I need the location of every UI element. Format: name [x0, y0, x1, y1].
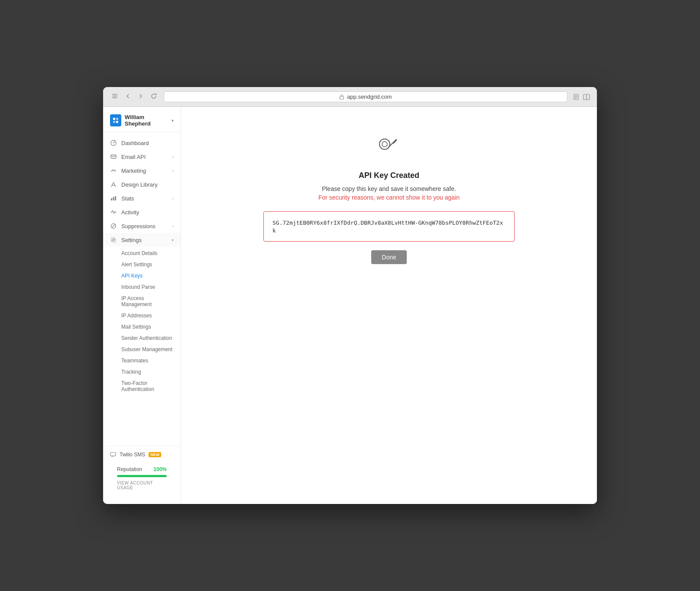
- svg-rect-22: [110, 452, 116, 456]
- settings-submenu: Account Details Alert Settings API Keys …: [103, 247, 181, 396]
- svg-rect-12: [113, 121, 115, 123]
- api-key-created-title: API Key Created: [359, 171, 419, 180]
- user-chevron-icon: ▾: [172, 118, 174, 123]
- browser-controls: [110, 92, 159, 101]
- browser-actions: [573, 94, 590, 100]
- key-icon: [375, 133, 403, 161]
- sidebar-item-settings[interactable]: Settings ▾: [103, 233, 181, 247]
- sidebar: William Shepherd ▾ Dashboard: [103, 107, 181, 504]
- design-library-icon: [110, 181, 117, 188]
- nav-section: Dashboard Email API › Marketing: [103, 132, 181, 399]
- submenu-item-alert-settings[interactable]: Alert Settings: [103, 259, 181, 270]
- activity-icon: [110, 209, 117, 216]
- browser-window: app.sendgrid.com: [103, 87, 597, 504]
- api-key-box[interactable]: SG.72mjtEB0RY6x8frIXfDdrQ.DBRJv8aX8LvHtt…: [263, 211, 515, 242]
- reputation-label: Reputation: [117, 466, 142, 472]
- sidebar-footer: Twilio SMS NEW Reputation 100% VIEW ACCO…: [103, 446, 181, 497]
- sidebar-item-suppressions[interactable]: Suppressions ›: [103, 219, 181, 233]
- email-api-icon: [110, 153, 117, 160]
- svg-rect-6: [575, 97, 577, 97]
- reputation-value: 100%: [153, 466, 167, 472]
- settings-icon: [110, 236, 117, 243]
- twilio-sms-icon: [110, 452, 116, 458]
- marketing-icon: [110, 167, 117, 174]
- reputation-section: Reputation 100% VIEW ACCOUNT USAGE: [110, 463, 174, 492]
- sidebar-toggle-btn[interactable]: [110, 92, 120, 101]
- settings-arrow-icon: ▾: [172, 238, 174, 242]
- svg-rect-0: [112, 94, 117, 95]
- svg-rect-16: [111, 155, 116, 158]
- reputation-header: Reputation 100%: [117, 466, 167, 472]
- sidebar-header[interactable]: William Shepherd ▾: [103, 107, 181, 132]
- app-container: William Shepherd ▾ Dashboard: [103, 107, 597, 504]
- sidebar-item-label-activity: Activity: [121, 209, 174, 216]
- reputation-bar: [117, 475, 167, 477]
- sidebar-item-design-library[interactable]: Design Library: [103, 178, 181, 191]
- svg-rect-2: [112, 97, 117, 98]
- split-view-icon[interactable]: [583, 94, 590, 100]
- submenu-item-mail-settings[interactable]: Mail Settings: [103, 321, 181, 333]
- svg-rect-13: [116, 121, 118, 123]
- submenu-item-inbound-parse[interactable]: Inbound Parse: [103, 281, 181, 293]
- dashboard-icon: [110, 139, 117, 146]
- key-icon-container: [375, 133, 403, 162]
- stats-icon: [110, 195, 117, 202]
- security-warning-text: For security reasons, we cannot show it …: [318, 194, 460, 201]
- address-bar[interactable]: app.sendgrid.com: [164, 91, 567, 102]
- view-account-usage-link[interactable]: VIEW ACCOUNT USAGE: [117, 481, 167, 490]
- refresh-btn[interactable]: [149, 92, 159, 101]
- submenu-item-ip-access-management[interactable]: IP Access Management: [103, 293, 181, 310]
- browser-chrome: app.sendgrid.com: [103, 87, 597, 107]
- svg-rect-17: [111, 198, 112, 200]
- new-badge: NEW: [149, 452, 161, 457]
- svg-point-15: [113, 142, 114, 143]
- submenu-item-teammates[interactable]: Teammates: [103, 355, 181, 366]
- sidebar-item-marketing[interactable]: Marketing ›: [103, 164, 181, 178]
- lock-icon: [339, 94, 344, 100]
- submenu-item-api-keys[interactable]: API Keys: [103, 270, 181, 281]
- main-content: API Key Created Please copy this key and…: [181, 107, 597, 504]
- submenu-item-two-factor[interactable]: Two-Factor Authentication: [103, 378, 181, 395]
- sidebar-item-email-api[interactable]: Email API ›: [103, 150, 181, 164]
- reputation-fill: [117, 475, 167, 477]
- svg-rect-7: [575, 98, 577, 98]
- sidebar-item-activity[interactable]: Activity: [103, 205, 181, 219]
- user-name: William Shepherd: [125, 114, 168, 127]
- back-btn[interactable]: [123, 92, 133, 101]
- svg-rect-11: [116, 118, 118, 120]
- sidebar-item-label-settings: Settings: [121, 237, 167, 243]
- sidebar-item-label-stats: Stats: [121, 195, 168, 202]
- email-api-arrow-icon: ›: [172, 155, 174, 159]
- copy-instructions-text: Please copy this key and save it somewhe…: [322, 185, 456, 192]
- svg-rect-1: [112, 96, 117, 97]
- svg-point-23: [379, 139, 390, 149]
- sidebar-item-label-suppressions: Suppressions: [121, 223, 168, 229]
- sidebar-item-label-marketing: Marketing: [121, 168, 168, 174]
- forward-btn[interactable]: [136, 92, 146, 101]
- sidebar-item-label-dashboard: Dashboard: [121, 140, 174, 146]
- sidebar-item-stats[interactable]: Stats ›: [103, 191, 181, 205]
- submenu-item-account-details[interactable]: Account Details: [103, 248, 181, 259]
- sg-logo: [110, 114, 121, 126]
- sidebar-item-dashboard[interactable]: Dashboard: [103, 136, 181, 150]
- twilio-sms-item[interactable]: Twilio SMS NEW: [110, 452, 174, 458]
- svg-point-24: [382, 142, 387, 147]
- twilio-sms-label: Twilio SMS: [120, 452, 145, 458]
- submenu-item-subuser-management[interactable]: Subuser Management: [103, 344, 181, 355]
- api-key-value: SG.72mjtEB0RY6x8frIXfDdrQ.DBRJv8aX8LvHtt…: [272, 220, 503, 234]
- done-button[interactable]: Done: [371, 250, 406, 264]
- submenu-item-sender-authentication[interactable]: Sender Authentication: [103, 333, 181, 344]
- svg-rect-3: [340, 97, 344, 99]
- sidebar-item-label-email-api: Email API: [121, 154, 168, 160]
- reader-icon[interactable]: [573, 94, 580, 100]
- submenu-item-tracking[interactable]: Tracking: [103, 366, 181, 378]
- svg-rect-5: [575, 96, 577, 96]
- content-area: API Key Created Please copy this key and…: [181, 107, 597, 290]
- stats-arrow-icon: ›: [172, 196, 174, 201]
- marketing-arrow-icon: ›: [172, 168, 174, 173]
- submenu-item-ip-addresses[interactable]: IP Addresses: [103, 310, 181, 321]
- svg-rect-18: [113, 197, 114, 200]
- sidebar-item-label-design-library: Design Library: [121, 181, 174, 188]
- svg-rect-10: [113, 118, 115, 120]
- svg-rect-19: [115, 196, 116, 200]
